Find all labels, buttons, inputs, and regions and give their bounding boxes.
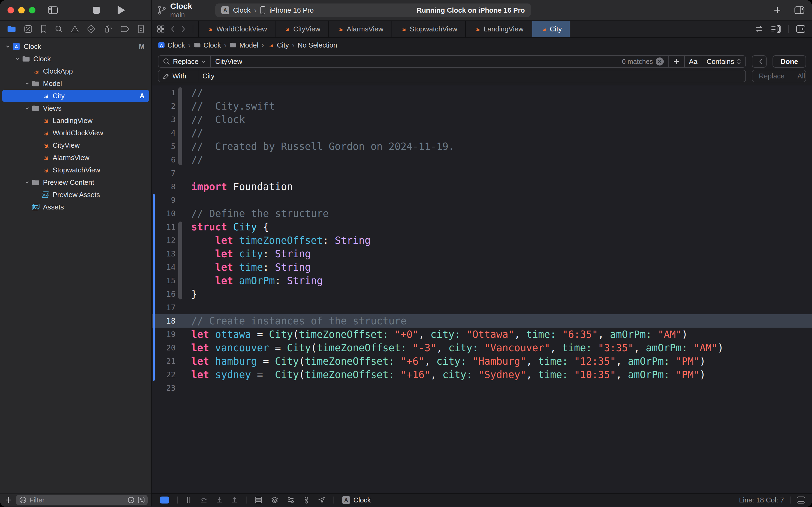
- disclosure-chevron-icon[interactable]: [24, 81, 30, 86]
- toggle-debug-area-icon[interactable]: [797, 496, 806, 504]
- code-line-8[interactable]: 8import Foundation: [152, 180, 812, 193]
- code-line-12[interactable]: 12 let timeZoneOffset: String: [152, 234, 812, 247]
- code-line-18[interactable]: 18// Create instances of the structure: [152, 314, 812, 328]
- debug-navigator-icon[interactable]: [104, 25, 113, 33]
- source-control-navigator-icon[interactable]: [24, 25, 33, 33]
- code-line-2[interactable]: 2// City.swift: [152, 99, 812, 113]
- pause-execution-icon[interactable]: [186, 496, 192, 504]
- simulate-location-icon[interactable]: [318, 496, 326, 504]
- disclosure-chevron-icon[interactable]: [14, 56, 20, 61]
- toggle-right-sidebar-icon[interactable]: [794, 6, 805, 14]
- find-field[interactable]: Replace CityView 0 matches ✕: [158, 55, 746, 68]
- tree-item-preview-content[interactable]: Preview Content: [2, 176, 149, 188]
- code-line-3[interactable]: 3// Clock: [152, 113, 812, 126]
- zoom-window-button[interactable]: [29, 7, 36, 13]
- breadcrumb-item-clock[interactable]: AClock: [158, 41, 185, 49]
- related-files-swap-icon[interactable]: [755, 25, 764, 33]
- running-process-chip[interactable]: A Clock: [342, 496, 371, 504]
- breadcrumb-item-clock[interactable]: Clock: [194, 41, 221, 49]
- minimize-window-button[interactable]: [18, 7, 25, 13]
- code-line-1[interactable]: 1//: [152, 86, 812, 99]
- project-navigator-icon[interactable]: [7, 25, 16, 33]
- scheme-and-activity[interactable]: A Clock › iPhone 16 Pro Running Clock on…: [215, 3, 531, 17]
- tests-navigator-icon[interactable]: [87, 25, 96, 33]
- recent-files-clock-icon[interactable]: [127, 496, 135, 504]
- tab-worldclockview[interactable]: WorldClockView: [198, 21, 275, 37]
- disclosure-chevron-icon[interactable]: [5, 44, 11, 49]
- code-line-7[interactable]: 7: [152, 167, 812, 180]
- code-line-19[interactable]: 19let ottawa = City(timeZoneOffset: "+0"…: [152, 328, 812, 341]
- tree-item-cityview[interactable]: CityView: [2, 139, 149, 152]
- tab-landingview[interactable]: LandingView: [465, 21, 531, 37]
- toggle-left-sidebar-icon[interactable]: [48, 6, 58, 14]
- code-line-16[interactable]: 16}: [152, 287, 812, 301]
- replace-field[interactable]: With City: [158, 70, 746, 82]
- reports-navigator-icon[interactable]: [137, 25, 144, 33]
- add-file-icon[interactable]: [5, 497, 12, 504]
- go-forward-icon[interactable]: [181, 25, 186, 33]
- environment-overrides-icon[interactable]: [287, 496, 295, 504]
- close-window-button[interactable]: [7, 7, 14, 13]
- tree-item-model[interactable]: Model: [2, 77, 149, 90]
- disclosure-chevron-icon[interactable]: [24, 180, 30, 185]
- breadcrumb-item-no-selection[interactable]: No Selection: [297, 41, 337, 49]
- code-line-15[interactable]: 15 let amOrPm: String: [152, 274, 812, 287]
- tree-item-landingview[interactable]: LandingView: [2, 114, 149, 127]
- code-line-13[interactable]: 13 let city: String: [152, 247, 812, 261]
- code-line-21[interactable]: 21let hamburg = City(timeZoneOffset: "+6…: [152, 354, 812, 368]
- search-input[interactable]: CityView: [211, 57, 618, 66]
- issues-navigator-icon[interactable]: [71, 25, 79, 33]
- replace-input[interactable]: City: [198, 72, 745, 80]
- done-button[interactable]: Done: [772, 55, 806, 68]
- breakpoints-toggle[interactable]: [160, 497, 169, 504]
- code-line-22[interactable]: 22let sydney = City(timeZoneOffset: "+16…: [152, 368, 812, 381]
- disclosure-chevron-icon[interactable]: [24, 106, 30, 111]
- toolbar-plus-icon[interactable]: [773, 6, 781, 14]
- code-line-5[interactable]: 5// Created by Russell Gordon on 2024-11…: [152, 139, 812, 153]
- debug-memory-graph-icon[interactable]: [271, 496, 279, 504]
- tree-item-city[interactable]: CityA: [2, 90, 149, 102]
- step-over-icon[interactable]: [200, 496, 208, 504]
- step-out-icon[interactable]: [231, 496, 238, 504]
- add-editor-split-icon[interactable]: [796, 25, 806, 33]
- code-line-10[interactable]: 10// Define the structure: [152, 207, 812, 220]
- tree-item-clock[interactable]: Clock: [2, 53, 149, 65]
- source-editor[interactable]: 1//2// City.swift3// Clock4//5// Created…: [152, 86, 812, 493]
- tree-item-views[interactable]: Views: [2, 102, 149, 114]
- find-mode-label[interactable]: Replace: [173, 57, 198, 66]
- step-into-icon[interactable]: [216, 496, 223, 504]
- scheme-device[interactable]: iPhone 16 Pro: [269, 6, 313, 14]
- breadcrumb-item-model[interactable]: Model: [230, 41, 258, 49]
- scheme-target[interactable]: Clock: [233, 6, 250, 14]
- tree-item-preview-assets[interactable]: Preview Assets: [2, 188, 149, 201]
- code-line-14[interactable]: 14 let time: String: [152, 261, 812, 274]
- run-button[interactable]: [118, 6, 125, 15]
- editor-layout-grid-icon[interactable]: [157, 25, 165, 33]
- stop-button[interactable]: [93, 7, 100, 14]
- debug-view-hierarchy-icon[interactable]: [254, 496, 263, 504]
- clear-search-icon[interactable]: ✕: [656, 57, 664, 65]
- code-line-20[interactable]: 20let vancouver = City(timeZoneOffset: "…: [152, 341, 812, 354]
- breakpoints-navigator-icon[interactable]: [121, 25, 130, 33]
- scope-dropdown[interactable]: Contains: [702, 56, 745, 67]
- replace-button[interactable]: Replace: [752, 70, 791, 81]
- tree-item-assets[interactable]: Assets: [2, 201, 149, 213]
- tab-city[interactable]: City: [532, 21, 571, 37]
- runtime-issues-icon[interactable]: [303, 496, 310, 504]
- tab-stopwatchview[interactable]: StopwatchView: [392, 21, 465, 37]
- add-search-criteria-icon[interactable]: [673, 58, 680, 65]
- match-case-button[interactable]: Aa: [689, 57, 698, 66]
- code-line-6[interactable]: 6//: [152, 153, 812, 167]
- tab-cityview[interactable]: CityView: [275, 21, 329, 37]
- breadcrumb-item-city[interactable]: City: [267, 41, 289, 49]
- tree-item-worldclockview[interactable]: WorldClockView: [2, 127, 149, 139]
- tree-item-clockapp[interactable]: ClockApp: [2, 65, 149, 77]
- find-navigator-icon[interactable]: [55, 25, 63, 33]
- go-back-icon[interactable]: [170, 25, 175, 33]
- tree-item-stopwatchview[interactable]: StopwatchView: [2, 164, 149, 176]
- code-line-17[interactable]: 17: [152, 301, 812, 314]
- source-control-status-filter-icon[interactable]: [137, 496, 145, 504]
- navigator-filter-field[interactable]: Filter: [16, 495, 148, 505]
- tree-item-alarmsview[interactable]: AlarmsView: [2, 152, 149, 164]
- code-line-11[interactable]: 11struct City {: [152, 220, 812, 234]
